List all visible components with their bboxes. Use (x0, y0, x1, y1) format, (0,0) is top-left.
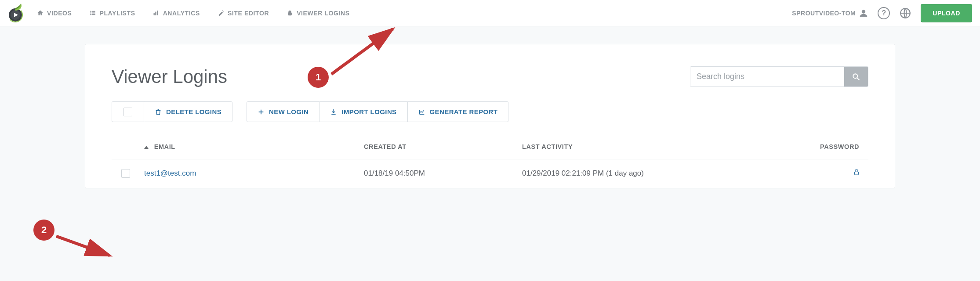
nav-links: VIDEOS PLAYLISTS ANALYTICS SITE EDITOR V… (37, 10, 350, 17)
login-actions-group: NEW LOGIN IMPORT LOGINS GENERATE REPORT (247, 101, 508, 122)
sort-asc-icon (144, 146, 149, 149)
login-last-activity: 01/29/2019 02:21:09 PM (1 day ago) (522, 169, 644, 177)
nav-right: SPROUTVIDEO-TOM ? UPLOAD (792, 4, 972, 22)
col-header-email[interactable]: EMAIL (140, 134, 359, 159)
svg-line-19 (857, 78, 860, 80)
annotation-arrow-1 (327, 24, 406, 81)
annotation-badge-1-label: 1 (316, 72, 321, 83)
wand-icon (218, 10, 224, 16)
nav-videos-label: VIDEOS (47, 10, 72, 17)
delete-logins-label: DELETE LOGINS (166, 108, 221, 115)
svg-line-21 (331, 29, 393, 74)
svg-rect-10 (154, 13, 155, 15)
card-header: Viewer Logins (112, 66, 868, 87)
new-login-button[interactable]: NEW LOGIN (247, 101, 319, 122)
svg-point-16 (862, 10, 865, 13)
annotation-arrow-2 (53, 228, 123, 263)
upload-button[interactable]: UPLOAD (921, 4, 972, 22)
svg-rect-20 (855, 172, 859, 175)
svg-rect-7 (92, 13, 95, 13)
lock-icon (287, 10, 293, 16)
col-header-password-label: PASSWORD (820, 143, 859, 150)
card: Viewer Logins DELETE LOGINS (85, 44, 895, 188)
account-name: SPROUTVIDEO-TOM (792, 10, 856, 17)
login-email-link[interactable]: test1@test.com (144, 169, 196, 177)
page-shell: Viewer Logins DELETE LOGINS (68, 26, 912, 188)
col-header-created[interactable]: CREATED AT (359, 134, 518, 159)
account-menu[interactable]: SPROUTVIDEO-TOM (792, 9, 868, 18)
col-header-created-label: CREATED AT (364, 143, 407, 150)
search-input[interactable] (690, 67, 844, 86)
globe-icon (900, 7, 911, 19)
login-created-at: 01/18/19 04:50PM (364, 169, 425, 177)
annotation-badge-2-label: 2 (41, 224, 47, 236)
trash-icon (155, 108, 162, 115)
language-button[interactable] (900, 7, 911, 19)
annotation-badge-2: 2 (33, 220, 54, 241)
list-icon (90, 10, 96, 16)
app-logo[interactable] (4, 1, 28, 25)
svg-line-22 (56, 236, 110, 256)
page-title: Viewer Logins (112, 66, 227, 87)
search-wrap (690, 66, 868, 87)
col-header-activity[interactable]: LAST ACTIVITY (518, 134, 816, 159)
col-header-email-label: EMAIL (154, 143, 175, 150)
svg-point-4 (90, 11, 91, 12)
nav-viewer-logins[interactable]: VIEWER LOGINS (287, 10, 350, 17)
question-icon: ? (882, 9, 886, 17)
select-all-checkbox[interactable] (123, 108, 132, 116)
svg-rect-9 (92, 14, 95, 15)
search-icon (852, 72, 860, 81)
nav-site-editor[interactable]: SITE EDITOR (218, 10, 269, 17)
annotation-badge-1: 1 (308, 67, 329, 88)
top-nav: VIDEOS PLAYLISTS ANALYTICS SITE EDITOR V… (0, 0, 980, 26)
import-logins-button[interactable]: IMPORT LOGINS (319, 101, 407, 122)
lock-icon (853, 168, 860, 176)
svg-rect-15 (288, 13, 292, 15)
nav-playlists-label: PLAYLISTS (100, 10, 135, 17)
nav-videos[interactable]: VIDEOS (37, 10, 72, 17)
user-icon (859, 9, 868, 18)
delete-logins-button[interactable]: DELETE LOGINS (144, 101, 232, 122)
nav-playlists[interactable]: PLAYLISTS (90, 10, 135, 17)
svg-point-8 (90, 14, 91, 15)
svg-point-13 (222, 11, 223, 11)
nav-analytics[interactable]: ANALYTICS (153, 10, 200, 17)
svg-rect-5 (92, 11, 95, 11)
search-button[interactable] (844, 67, 868, 86)
chart-icon (418, 108, 425, 115)
import-logins-label: IMPORT LOGINS (341, 108, 396, 115)
col-header-select (112, 134, 140, 159)
svg-point-6 (90, 13, 91, 14)
svg-rect-11 (155, 12, 156, 15)
logins-table: EMAIL CREATED AT LAST ACTIVITY PASSWORD (112, 134, 868, 188)
col-header-password: PASSWORD (816, 134, 868, 159)
plus-icon (258, 108, 265, 115)
select-delete-group: DELETE LOGINS (112, 101, 232, 122)
upload-button-label: UPLOAD (933, 10, 960, 17)
action-row: DELETE LOGINS NEW LOGIN IMPORT LOGINS GE… (112, 101, 868, 122)
generate-report-button[interactable]: GENERATE REPORT (408, 101, 509, 122)
table-row: test1@test.com 01/18/19 04:50PM 01/29/20… (112, 159, 868, 188)
home-icon (37, 10, 44, 16)
nav-site-editor-label: SITE EDITOR (228, 10, 269, 17)
nav-analytics-label: ANALYTICS (163, 10, 200, 17)
select-all-slot (112, 101, 144, 122)
generate-report-label: GENERATE REPORT (430, 108, 498, 115)
row-checkbox[interactable] (121, 169, 130, 178)
barchart-icon (153, 10, 160, 16)
col-header-activity-label: LAST ACTIVITY (522, 143, 573, 150)
new-login-label: NEW LOGIN (269, 108, 309, 115)
download-icon (330, 108, 337, 115)
svg-point-18 (853, 74, 857, 78)
svg-point-14 (223, 11, 223, 12)
nav-viewer-logins-label: VIEWER LOGINS (297, 10, 350, 17)
svg-rect-12 (157, 11, 158, 15)
help-button[interactable]: ? (878, 7, 890, 19)
password-lock-button[interactable] (853, 169, 860, 178)
